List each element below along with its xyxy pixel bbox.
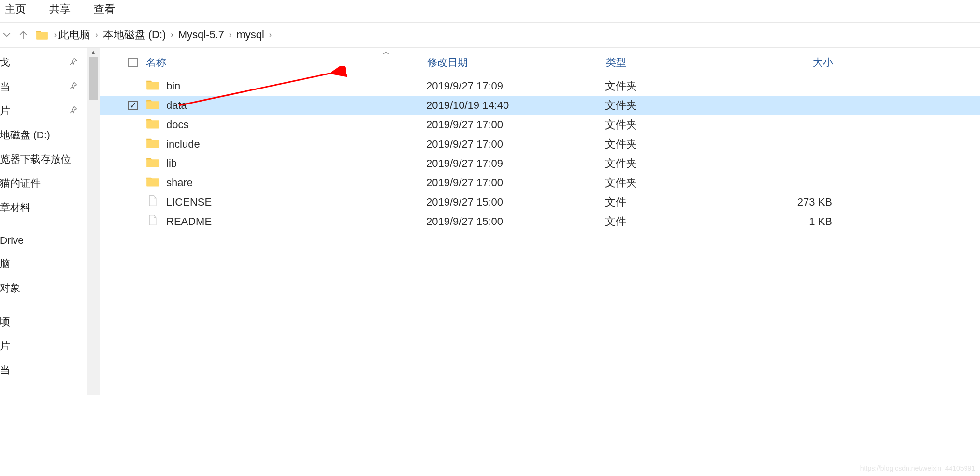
sidebar-item-label: 当 [0, 80, 69, 93]
sidebar-item-label: 片 [0, 104, 69, 118]
file-type: 文件夹 [605, 156, 750, 171]
sidebar-item[interactable]: 地磁盘 (D:) [0, 128, 83, 142]
svg-rect-0 [36, 32, 48, 40]
file-type: 文件夹 [605, 118, 750, 132]
svg-rect-2 [146, 101, 159, 109]
breadcrumb-sep-icon: › [227, 30, 233, 39]
file-date: 2019/9/27 17:09 [426, 157, 605, 170]
sidebar-item-label: 脑 [0, 257, 78, 270]
column-type[interactable]: 类型 [606, 56, 751, 69]
scroll-thumb[interactable] [89, 57, 98, 100]
sidebar-item[interactable]: 猫的证件 [0, 177, 83, 190]
breadcrumb-sep-icon: › [93, 30, 100, 39]
file-type: 文件夹 [605, 79, 750, 93]
sidebar-item-label: 顷 [0, 315, 78, 328]
ribbon-tab-view[interactable]: 查看 [94, 2, 115, 16]
row-checkbox[interactable]: ✓ [120, 101, 146, 110]
sidebar-item-label: Drive [0, 235, 78, 246]
file-row[interactable]: bin2019/9/27 17:09文件夹 [100, 76, 980, 96]
sidebar-item[interactable]: 片 [0, 339, 83, 353]
file-date: 2019/9/27 17:00 [426, 177, 605, 189]
file-type: 文件 [605, 195, 750, 209]
sidebar-item[interactable]: 戈 [0, 56, 83, 69]
file-row[interactable]: ✓data2019/10/19 14:40文件夹 [100, 96, 980, 115]
explorer-body: 戈当片地磁盘 (D:)览器下载存放位猫的证件章材料Drive脑对象顷片当 ▲ 名… [0, 47, 980, 395]
sidebar-scrollbar[interactable]: ▲ [87, 48, 100, 395]
folder-icon [146, 156, 166, 171]
file-name: bin [166, 80, 426, 92]
ribbon-tab-home[interactable]: 主页 [5, 2, 26, 16]
file-size: 273 KB [750, 196, 847, 208]
svg-rect-5 [146, 159, 159, 167]
scroll-up-icon[interactable]: ▲ [87, 49, 100, 56]
pin-icon [69, 105, 78, 117]
file-date: 2019/10/19 14:40 [426, 99, 605, 112]
ribbon-tab-share[interactable]: 共享 [49, 2, 71, 16]
sidebar-item-label: 览器下载存放位 [0, 152, 78, 166]
file-date: 2019/9/27 15:00 [426, 196, 605, 208]
file-name: data [166, 99, 426, 112]
history-dropdown-icon[interactable] [2, 30, 12, 40]
file-row[interactable]: docs2019/9/27 17:00文件夹 [100, 115, 980, 134]
up-one-level-icon[interactable] [18, 30, 28, 40]
list-header: 名称 修改日期 类型 大小 [100, 53, 980, 76]
sidebar-item[interactable]: 片 [0, 104, 83, 118]
file-name: LICENSE [166, 196, 426, 208]
column-size[interactable]: 大小 [751, 56, 848, 69]
breadcrumb-item-3[interactable]: mysql [236, 29, 264, 41]
file-name: README [166, 215, 426, 228]
sidebar-item-label: 章材料 [0, 201, 78, 214]
file-list: 名称 修改日期 类型 大小 ︿ bin2019/9/27 17:09文件夹✓da… [100, 48, 980, 395]
sidebar-item-label: 对象 [0, 281, 78, 295]
file-type: 文件夹 [605, 176, 750, 190]
file-type: 文件夹 [605, 98, 750, 113]
breadcrumb-item-1[interactable]: 本地磁盘 (D:) [103, 28, 166, 42]
folder-icon [36, 30, 48, 40]
sidebar-item-label: 戈 [0, 56, 69, 69]
file-row[interactable]: lib2019/9/27 17:09文件夹 [100, 154, 980, 173]
breadcrumb-sep-icon: › [52, 30, 58, 39]
sidebar-item-label: 片 [0, 339, 78, 353]
pin-icon [69, 81, 78, 92]
file-type: 文件 [605, 214, 750, 229]
breadcrumb-item-2[interactable]: Mysql-5.7 [178, 29, 224, 41]
file-row[interactable]: include2019/9/27 17:00文件夹 [100, 134, 980, 154]
sidebar-item[interactable]: Drive [0, 235, 83, 246]
svg-rect-1 [146, 82, 159, 89]
file-icon [146, 214, 166, 229]
breadcrumb[interactable]: 此电脑 › 本地磁盘 (D:) › Mysql-5.7 › mysql › [58, 28, 274, 42]
file-name: docs [166, 119, 426, 131]
file-name: lib [166, 157, 426, 170]
column-name[interactable]: 名称 [146, 56, 427, 69]
sidebar-item[interactable]: 览器下载存放位 [0, 152, 83, 166]
sidebar-item[interactable]: 当 [0, 363, 83, 377]
sidebar-item[interactable]: 当 [0, 80, 83, 93]
pin-icon [69, 57, 78, 68]
column-date[interactable]: 修改日期 [427, 56, 606, 69]
file-size: 1 KB [750, 215, 847, 228]
file-row[interactable]: share2019/9/27 17:00文件夹 [100, 173, 980, 193]
breadcrumb-sep-icon: › [267, 30, 274, 39]
sidebar-item[interactable]: 顷 [0, 315, 83, 328]
file-name: share [166, 177, 426, 189]
file-date: 2019/9/27 17:09 [426, 80, 605, 92]
column-name-label: 名称 [146, 56, 166, 69]
sidebar-item[interactable]: 对象 [0, 281, 83, 295]
nav-row: › 此电脑 › 本地磁盘 (D:) › Mysql-5.7 › mysql › [0, 23, 980, 47]
select-all-checkbox[interactable] [120, 58, 146, 67]
folder-icon [146, 118, 166, 132]
sort-indicator-icon: ︿ [383, 48, 389, 57]
breadcrumb-item-0[interactable]: 此电脑 [58, 28, 90, 42]
file-row[interactable]: LICENSE2019/9/27 15:00文件273 KB [100, 193, 980, 212]
file-date: 2019/9/27 17:00 [426, 138, 605, 150]
ribbon-tabs: 主页 共享 查看 [0, 0, 980, 23]
folder-icon [146, 176, 166, 190]
file-row[interactable]: README2019/9/27 15:00文件1 KB [100, 212, 980, 231]
svg-rect-6 [146, 178, 159, 186]
file-date: 2019/9/27 17:00 [426, 119, 605, 131]
file-name: include [166, 138, 426, 150]
file-icon [146, 195, 166, 209]
sidebar-item[interactable]: 脑 [0, 257, 83, 270]
sidebar-item[interactable]: 章材料 [0, 201, 83, 214]
file-date: 2019/9/27 15:00 [426, 215, 605, 228]
